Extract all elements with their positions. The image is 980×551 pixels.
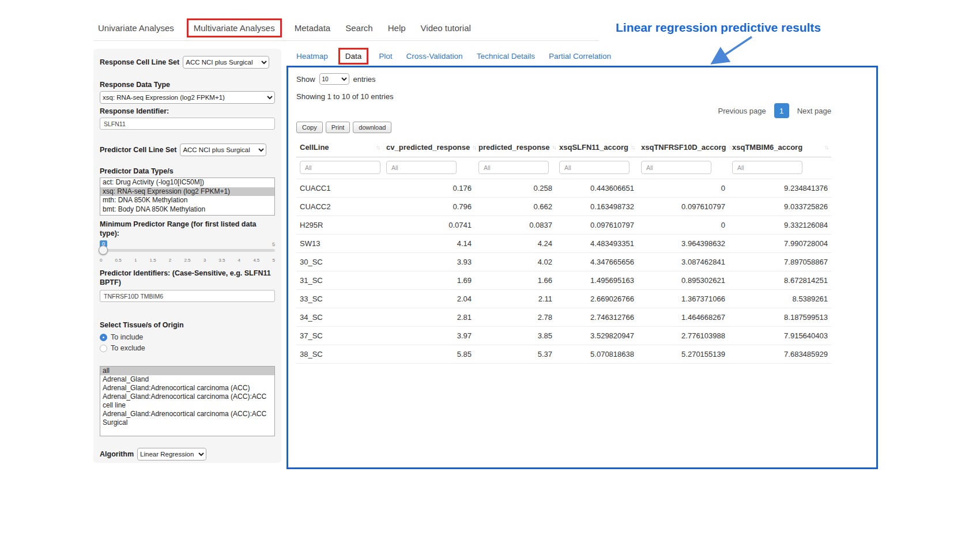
cell-value: 3.97 — [383, 327, 475, 345]
cell-line-name: 38_SC — [296, 345, 383, 364]
cell-value: 9.033725826 — [729, 198, 831, 216]
tissue-option-4[interactable]: Adrenal_Gland:Adrenocortical carcinoma (… — [100, 410, 274, 427]
export-buttons: CopyPrintdownload — [296, 122, 831, 133]
previous-page-button[interactable]: Previous page — [718, 107, 766, 115]
radio-to-include[interactable]: To include — [100, 333, 275, 341]
next-page-button[interactable]: Next page — [797, 107, 831, 115]
nav-item-video-tutorial[interactable]: Video tutorial — [421, 23, 471, 33]
column-header-inner: xsqTMBIM6_accorg↑↓ — [732, 143, 828, 152]
tab-heatmap[interactable]: Heatmap — [296, 52, 328, 61]
page-root: Univariate AnalysesMultivariate Analyses… — [0, 0, 980, 551]
nav-item-metadata[interactable]: Metadata — [295, 23, 331, 33]
predictor-data-types-listbox[interactable]: act: Drug Activity (-log10[IC50M])xsq: R… — [100, 178, 275, 216]
cell-value: 3.529820947 — [556, 327, 638, 345]
filter-cell — [729, 157, 831, 179]
nav-item-search[interactable]: Search — [345, 23, 373, 33]
tab-partial-correlation[interactable]: Partial Correlation — [549, 52, 611, 61]
radio-to-exclude[interactable]: To exclude — [100, 344, 275, 352]
algorithm-label: Algorithm — [100, 450, 134, 459]
table-body: CUACC10.1760.2580.44360665109.234841376C… — [296, 179, 831, 364]
tab-technical-details[interactable]: Technical Details — [477, 52, 535, 61]
predictor-cell-line-set-row: Predictor Cell Line Set ACC NCI plus Sur… — [100, 144, 275, 156]
tissue-option-2[interactable]: Adrenal_Gland:Adrenocortical carcinoma (… — [100, 384, 274, 393]
page-length-select[interactable]: 10 — [319, 73, 349, 85]
predictor-type-option-mth[interactable]: mth: DNA 850K Methylation — [100, 196, 274, 205]
predictor-type-option-act[interactable]: act: Drug Activity (-log10[IC50M]) — [100, 178, 274, 187]
nav-item-help[interactable]: Help — [388, 23, 406, 33]
cell-line-name: CUACC1 — [296, 179, 383, 198]
column-header-inner: CellLine↑↓ — [300, 143, 379, 152]
column-header-inner: xsqSLFN11_accorg↑↓ — [559, 143, 634, 152]
response-data-type-select[interactable]: xsq: RNA-seq Expression (log2 FPKM+1) — [100, 91, 275, 104]
tissue-listbox[interactable]: allAdrenal_GlandAdrenal_Gland:Adrenocort… — [100, 366, 275, 436]
result-tabs: HeatmapDataPlotCross-ValidationTechnical… — [296, 52, 611, 61]
table-row: H295R0.07410.08370.09761079709.332126084 — [296, 216, 831, 235]
min-range-slider[interactable]: 0 5 00.511.522.533.544.55 — [100, 240, 275, 263]
column-header-predicted-response[interactable]: predicted_response↑↓ — [475, 138, 556, 157]
filter-input-cv-predicted-response[interactable] — [386, 161, 457, 174]
predictor-data-types-label: Predictor Data Type/s — [100, 167, 275, 176]
cell-line-name: CUACC2 — [296, 198, 383, 216]
slider-handle-icon[interactable] — [99, 246, 108, 255]
cell-value: 0.258 — [475, 179, 556, 198]
tissue-option-1[interactable]: Adrenal_Gland — [100, 375, 274, 384]
table-row: 31_SC1.691.661.4956951630.8953026218.672… — [296, 271, 831, 290]
column-header-xsqtnfrsf10d-accorg[interactable]: xsqTNFRSF10D_accorg↑↓ — [638, 138, 729, 157]
print-button[interactable]: Print — [326, 122, 350, 133]
algorithm-select[interactable]: Linear Regression — [137, 448, 206, 461]
cell-value: 0.796 — [383, 198, 475, 216]
table-row: CUACC20.7960.6620.1634987320.0976107979.… — [296, 198, 831, 216]
predictor-identifiers-input[interactable] — [100, 290, 275, 302]
column-header-inner: xsqTNFRSF10D_accorg↑↓ — [641, 143, 725, 152]
radio-icon — [100, 345, 107, 352]
sort-icon: ↑↓ — [728, 144, 732, 150]
cell-value: 2.746312766 — [556, 308, 638, 327]
annotation-title: Linear regression predictive results — [616, 21, 821, 35]
slider-tick: 0.5 — [115, 258, 122, 263]
predictor-type-option-xsq[interactable]: xsq: RNA-seq Expression (log2 FPKM+1) — [100, 187, 274, 197]
tissue-option-0[interactable]: all — [100, 367, 274, 375]
copy-button[interactable]: Copy — [296, 122, 323, 133]
slider-track[interactable] — [100, 249, 275, 252]
filter-input-cellline[interactable] — [300, 161, 380, 174]
show-label: Show — [296, 75, 315, 84]
filter-input-xsqtnfrsf10d-accorg[interactable] — [641, 161, 711, 174]
tab-plot[interactable]: Plot — [379, 52, 392, 61]
filter-input-xsqtmbim6-accorg[interactable] — [732, 161, 802, 174]
cell-value: 8.5389261 — [729, 290, 831, 308]
column-header-inner: predicted_response↑↓ — [478, 143, 552, 152]
tab-cross-validation[interactable]: Cross-Validation — [406, 52, 463, 61]
column-label: cv_predicted_response — [386, 143, 470, 152]
response-cell-line-set-select[interactable]: ACC NCI plus Surgical — [183, 56, 269, 69]
cell-value: 4.24 — [475, 235, 556, 253]
tissue-option-3[interactable]: Adrenal_Gland:Adrenocortical carcinoma (… — [100, 393, 274, 410]
filter-input-predicted-response[interactable] — [478, 161, 549, 174]
annotation-arrow-icon — [707, 33, 762, 68]
nav-item-multivariate-analyses[interactable]: Multivariate Analyses — [187, 18, 282, 37]
pagination: Previous page 1 Next page — [296, 103, 831, 118]
predictor-type-option-bmt[interactable]: bmt: Body DNA 850K Methylation — [100, 205, 274, 214]
filter-input-xsqslfn11-accorg[interactable] — [559, 161, 630, 174]
nav-item-univariate-analyses[interactable]: Univariate Analyses — [98, 23, 174, 33]
top-nav: Univariate AnalysesMultivariate Analyses… — [98, 23, 599, 33]
cell-value: 1.66 — [475, 271, 556, 290]
tissue-origin-label: Select Tissue/s of Origin — [100, 320, 275, 330]
cell-value: 0.163498732 — [556, 198, 638, 216]
cell-value: 5.37 — [475, 345, 556, 364]
download-button[interactable]: download — [353, 122, 391, 133]
algorithm-row: Algorithm Linear Regression — [100, 448, 275, 461]
column-header-xsqtmbim6-accorg[interactable]: xsqTMBIM6_accorg↑↓ — [729, 138, 831, 157]
cell-value: 9.234841376 — [729, 179, 831, 198]
response-cell-line-set-label: Response Cell Line Set — [100, 58, 179, 67]
current-page-button[interactable]: 1 — [774, 103, 789, 118]
tab-data[interactable]: Data — [338, 48, 369, 65]
predictor-cell-line-set-select[interactable]: ACC NCI plus Surgical — [180, 144, 266, 156]
response-identifier-input[interactable] — [100, 118, 275, 130]
cell-value: 1.367371066 — [638, 290, 729, 308]
slider-tick: 1.5 — [150, 258, 156, 263]
column-header-cellline[interactable]: CellLine↑↓ — [296, 138, 383, 157]
column-header-cv-predicted-response[interactable]: cv_predicted_response↑↓ — [383, 138, 475, 157]
cell-value: 1.69 — [383, 271, 475, 290]
cell-value: 0.443606651 — [556, 179, 638, 198]
column-header-xsqslfn11-accorg[interactable]: xsqSLFN11_accorg↑↓ — [556, 138, 638, 157]
